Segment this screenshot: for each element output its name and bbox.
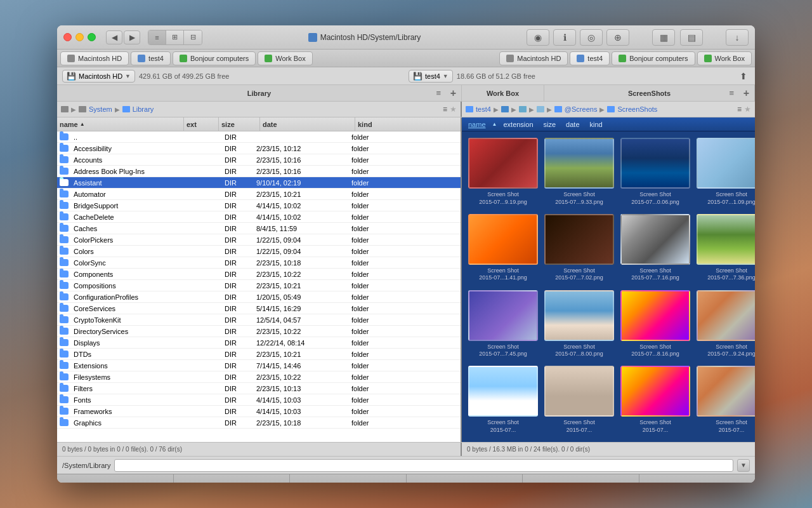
right-col-kind[interactable]: kind (586, 121, 606, 128)
tab-left-bonjour[interactable]: Bonjour computers (173, 51, 256, 65)
func-key-3[interactable]: View - F3 (57, 474, 174, 483)
detail-view-button[interactable]: ⊞ (166, 30, 184, 44)
right-path-screens[interactable]: @Screens (565, 105, 598, 113)
thumbnail-item[interactable]: Screen Shot 2015-07... (618, 363, 693, 438)
file-row[interactable]: Address Book Plug-InsDIR2/23/15, 10:16fo… (57, 166, 461, 177)
file-row[interactable]: ExtensionsDIR7/14/15, 14:46folder (57, 360, 461, 371)
file-row[interactable]: FrameworksDIR4/14/15, 10:03folder (57, 406, 461, 417)
tab-right-macintosh-hd[interactable]: Macintosh HD (499, 51, 568, 65)
file-row[interactable]: CryptoTokenKitDIR12/5/14, 04:57folder (57, 314, 461, 326)
thumbnail-item[interactable]: Screen Shot 2015-07...0.06.png (618, 135, 693, 210)
func-key-8[interactable]: Delete - F8 (639, 474, 756, 483)
right-path-screenshots[interactable]: ScreenShots (617, 105, 657, 113)
thumbnail-item[interactable]: Screen Shot 2015-07...9.19.png (466, 135, 540, 210)
file-row[interactable]: FontsDIR4/14/15, 10:03folder (57, 394, 461, 406)
file-row[interactable]: FilesystemsDIR2/23/15, 10:22folder (57, 371, 461, 383)
right-col-size[interactable]: size (540, 121, 560, 128)
right-col-date[interactable]: date (562, 121, 583, 128)
col-header-date[interactable]: date (260, 117, 355, 131)
func-key-7[interactable]: NewFolder - F7 (523, 474, 639, 483)
file-row[interactable]: ComponentsDIR2/23/15, 10:22folder (57, 269, 461, 280)
file-row[interactable]: AccountsDIR2/23/15, 10:16folder (57, 154, 461, 166)
left-path-library[interactable]: Library (133, 105, 154, 113)
right-panel-add-button[interactable]: + (743, 88, 749, 99)
thumbnail-item[interactable]: Screen Shot 2015-07...7.02.png (542, 211, 617, 286)
thumbnail-item[interactable]: Screen Shot 2015-07...8.16.png (618, 288, 693, 363)
close-button[interactable] (63, 33, 72, 41)
tab-left-workbox[interactable]: Work Box (258, 51, 312, 65)
tab-right-test4[interactable]: test4 (570, 51, 610, 65)
func-key-6[interactable]: Move - F6 (407, 474, 523, 483)
work-box-panel-tab[interactable]: Work Box (462, 85, 544, 101)
file-row[interactable]: ConfigurationProfilesDIR1/20/15, 05:49fo… (57, 291, 461, 303)
col-header-size[interactable]: size (219, 117, 260, 131)
file-row[interactable]: DTDsDIR2/23/15, 10:21folder (57, 349, 461, 360)
binoculars-icon-button[interactable]: ⊕ (606, 29, 629, 46)
left-path-star-icon[interactable]: ★ (450, 105, 457, 114)
left-panel-add-button[interactable]: + (450, 88, 456, 99)
info-icon-button[interactable]: ℹ (553, 29, 576, 46)
file-row[interactable]: BridgeSupportDIR4/14/15, 10:02folder (57, 200, 461, 211)
thumbnail-item[interactable]: Screen Shot 2015-07...1.09.png (694, 135, 755, 210)
toggle-icon-button[interactable]: ◉ (527, 29, 549, 46)
tab-left-test4[interactable]: test4 (131, 51, 171, 65)
thumbnail-item[interactable]: Screen Shot 2015-07...7.16.png (618, 211, 693, 286)
col-header-kind[interactable]: kind (355, 117, 406, 131)
file-row[interactable]: DirectoryServicesDIR2/23/15, 10:22folder (57, 326, 461, 337)
thumbnail-item[interactable]: Screen Shot 2015-07...7.36.png (694, 211, 755, 286)
file-row[interactable]: ..DIRfolder (57, 131, 461, 143)
file-row[interactable]: CacheDeleteDIR4/14/15, 10:02folder (57, 211, 461, 223)
tab-right-bonjour[interactable]: Bonjour computers (612, 51, 695, 65)
file-row[interactable]: ColorSyncDIR2/23/15, 10:18folder (57, 257, 461, 269)
file-row[interactable]: CachesDIR8/4/15, 11:59folder (57, 223, 461, 234)
thumbnail-item[interactable]: Screen Shot 2015-07...1.41.png (466, 211, 540, 286)
thumbnail-item[interactable]: Screen Shot 2015-07... (542, 363, 617, 438)
right-col-name[interactable]: name (464, 121, 490, 128)
archive-icon-button[interactable]: ▦ (652, 29, 675, 46)
file-row[interactable]: GraphicsDIR2/23/15, 10:18folder (57, 417, 461, 429)
file-row[interactable]: FiltersDIR2/23/15, 10:13folder (57, 383, 461, 394)
file-row[interactable]: AccessibilityDIR2/23/15, 10:12folder (57, 143, 461, 154)
right-path-test4[interactable]: test4 (476, 105, 491, 113)
thumbnail-item[interactable]: Screen Shot 2015-07...7.45.png (466, 288, 540, 363)
file-row[interactable]: ColorPickersDIR1/22/15, 09:04folder (57, 234, 461, 246)
col-header-ext[interactable]: ext (184, 117, 219, 131)
left-panel-settings-icon[interactable]: ≡ (436, 88, 441, 98)
right-col-ext[interactable]: extension (499, 121, 537, 128)
file-row[interactable]: AutomatorDIR2/23/15, 10:21folder (57, 189, 461, 200)
right-drive-selector[interactable]: 💾 test4 ▼ (409, 70, 453, 83)
back-button[interactable]: ◀ (106, 30, 122, 44)
cmd-dropdown-button[interactable]: ▼ (737, 459, 750, 472)
minimize-button[interactable] (75, 33, 84, 41)
network-icon-button[interactable]: ▤ (680, 29, 703, 46)
func-key-4[interactable]: Edit - F4 (174, 474, 291, 483)
file-row[interactable]: AssistantDIR9/10/14, 02:19folder (57, 177, 461, 189)
file-row[interactable]: CompositionsDIR2/23/15, 10:21folder (57, 280, 461, 291)
file-row[interactable]: ColorsDIR1/22/15, 09:04folder (57, 246, 461, 257)
thumbnail-item[interactable]: Screen Shot 2015-07... (466, 363, 540, 438)
thumbnail-item[interactable]: Screen Shot 2015-07... (694, 363, 755, 438)
left-path-list-icon[interactable]: ≡ (443, 105, 447, 114)
col-header-name[interactable]: name ▲ (57, 117, 184, 131)
eye-icon-button[interactable]: ◎ (580, 29, 603, 46)
file-row[interactable]: CoreServicesDIR5/14/15, 16:29folder (57, 303, 461, 314)
cmd-input[interactable] (114, 459, 733, 472)
right-expand-button[interactable]: ⬆ (737, 70, 750, 83)
func-key-5[interactable]: Copy - F5 (290, 474, 407, 483)
file-row[interactable]: DisplaysDIR12/22/14, 08:14folder (57, 337, 461, 349)
thumbnail-item[interactable]: Screen Shot 2015-07...9.24.png (694, 288, 755, 363)
maximize-button[interactable] (88, 33, 96, 41)
left-path-system[interactable]: System (89, 105, 112, 113)
list-view-button[interactable]: ≡ (148, 30, 166, 44)
left-drive-selector[interactable]: 💾 Macintosh HD ▼ (62, 70, 135, 83)
download-icon-button[interactable]: ↓ (726, 29, 749, 46)
tab-left-macintosh-hd[interactable]: Macintosh HD (60, 51, 129, 65)
thumbnail-item[interactable]: Screen Shot 2015-07...9.33.png (542, 135, 617, 210)
right-path-star-icon[interactable]: ★ (744, 105, 751, 114)
right-panel-settings-icon[interactable]: ≡ (729, 88, 734, 98)
tab-right-workbox[interactable]: Work Box (697, 51, 752, 65)
forward-button[interactable]: ▶ (124, 30, 140, 44)
right-path-list-icon[interactable]: ≡ (737, 105, 742, 114)
grid-view-button[interactable]: ⊟ (184, 30, 202, 44)
thumbnail-item[interactable]: Screen Shot 2015-07...8.00.png (542, 288, 617, 363)
